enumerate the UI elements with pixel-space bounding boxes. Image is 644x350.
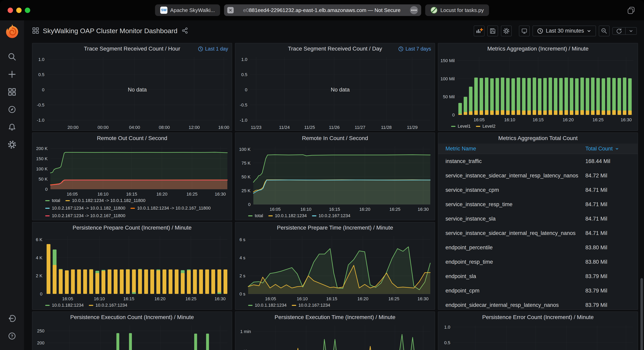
svg-text:11/29: 11/29 [407, 125, 418, 130]
svg-text:2 s: 2 s [240, 273, 245, 278]
svg-text:16:15: 16:15 [123, 296, 134, 301]
tab-apache-skywalking[interactable]: SW Apache SkyWalki... [155, 4, 220, 16]
panel-title[interactable]: Persistence Error Count (Increment) / Mi… [438, 312, 638, 323]
tab-options-icon[interactable] [410, 6, 418, 14]
chart-trace-segment-day[interactable]: 11/2311/2411/2511/2611/2711/2811/291.00.… [235, 54, 435, 131]
add-panel-button[interactable] [474, 25, 484, 36]
svg-text:6 s: 6 s [240, 237, 245, 242]
svg-text:16:25: 16:25 [592, 117, 604, 122]
sign-in-icon[interactable] [8, 314, 16, 323]
zoom-out-button[interactable] [599, 25, 610, 36]
svg-text:-0.5: -0.5 [37, 103, 44, 108]
chart-persistence-error-count[interactable]: 16:0516:1016:1516:2016:2516:301.00.50-0.… [438, 323, 638, 350]
legend-item[interactable]: 10.0.1.182:1234 [45, 302, 84, 308]
legend-item[interactable]: 10.0.1.182:1234 [248, 302, 286, 308]
legend-item[interactable]: total [248, 213, 263, 219]
minimize-window-button[interactable] [16, 7, 22, 13]
legend-item[interactable]: 10.0.1.182:1234 -> 10.0.2.167_11800 [130, 205, 210, 211]
refresh-button[interactable] [613, 27, 625, 34]
maximize-window-button[interactable] [25, 7, 30, 13]
chart-persistence-prepare-time[interactable]: 16:0516:1016:1516:2016:2516:300 s2 s4 s6… [235, 233, 435, 302]
panel-title[interactable]: Persistence Execution Count (Increment) … [32, 312, 232, 323]
share-icon[interactable] [182, 27, 188, 35]
table-row[interactable]: endpoint_sidecar_internal_resp_latency_n… [438, 298, 638, 310]
table-row[interactable]: service_instance_cpm 84.71 Mil [438, 183, 638, 197]
explore-compass-icon[interactable] [8, 105, 16, 114]
panel-title[interactable]: Persistence Prepare Time (Increment) / M… [235, 222, 435, 233]
table-row[interactable]: endpoint_cpm 83.79 Mil [438, 284, 638, 298]
chart-metrics-aggregation[interactable]: 16:0516:1016:1516:2016:2516:30050 Mil100… [438, 54, 638, 123]
table-row[interactable]: service_instance_resp_time 84.71 Mil [438, 197, 638, 211]
legend-item[interactable]: Level2 [476, 123, 496, 129]
svg-text:0.5: 0.5 [444, 340, 450, 345]
legend-item[interactable]: 10.0.2.167:1234 [89, 302, 127, 308]
page-scrollbar[interactable] [640, 278, 643, 350]
panel-title[interactable]: Metrics Aggregation (Increment) / Minute [438, 43, 638, 54]
time-range-picker[interactable]: Last 30 minutes [532, 25, 596, 36]
svg-text:16:05: 16:05 [265, 296, 276, 301]
help-icon[interactable]: ? [8, 332, 16, 341]
panel-title[interactable]: Remote In Count / Second [235, 133, 435, 144]
search-icon[interactable] [8, 52, 16, 61]
svg-text:16:05: 16:05 [270, 207, 280, 212]
svg-text:04:00: 04:00 [129, 125, 140, 130]
svg-text:11/26: 11/26 [329, 125, 340, 130]
dashboards-icon[interactable] [8, 87, 16, 97]
legend-item[interactable]: 10.0.1.182:1234 -> 10.0.1.182_11800 [66, 197, 146, 203]
column-metric-name[interactable]: Metric Name [446, 146, 585, 152]
svg-text:16:25: 16:25 [185, 296, 196, 301]
legend-item[interactable]: 10.0.2.167:1234 -> 10.0.2.167_11800 [45, 213, 125, 219]
chart-remote-out-count[interactable]: 16:0516:1016:1516:2016:2516:30050 K100 K… [32, 144, 232, 197]
legend-item[interactable]: 10.0.2.167:1234 -> 10.0.1.182_11800 [45, 205, 125, 211]
svg-text:16:05: 16:05 [62, 296, 73, 301]
panel-title[interactable]: Persistence Prepare Count (Increment) / … [32, 222, 232, 233]
panel-title[interactable]: Remote Out Count / Second [32, 133, 232, 144]
dashboard-settings-button[interactable] [501, 25, 512, 36]
chart-remote-in-count[interactable]: 16:0516:1016:1516:2016:2516:30025 K50 K7… [235, 144, 435, 212]
svg-text:4 K: 4 K [36, 255, 42, 260]
chart-trace-segment-hour[interactable]: 20:0000:0004:0008:0012:0016:001.00.50-0.… [32, 54, 232, 131]
panel-title[interactable]: Persistence Execution Time (Increment) /… [235, 312, 435, 323]
dashboard-grid-icon[interactable] [32, 27, 39, 35]
cycle-view-tv-button[interactable] [519, 25, 530, 36]
legend-item[interactable]: 10.0.2.167:1234 [292, 302, 330, 308]
svg-text:16:15: 16:15 [329, 207, 340, 212]
legend-item[interactable]: total [45, 197, 60, 203]
table-row[interactable]: service_instance_sla 84.71 Mil [438, 211, 638, 226]
table-row[interactable]: service_instance_sidecar_internal_resp_l… [438, 169, 638, 183]
legend-item[interactable]: 10.0.1.182:1234 [268, 213, 307, 219]
chevron-down-icon [588, 30, 590, 31]
column-total-count[interactable]: Total Count [585, 146, 632, 152]
svg-text:12:00: 12:00 [189, 125, 200, 130]
panel-legend: total10.0.1.182:123410.0.2.167:1234 [235, 212, 435, 220]
dashboard-toolbar: Last 30 minutes [474, 25, 637, 36]
chart-persistence-prepare-count[interactable]: 16:0516:1016:1516:2016:2516:3002 K4 K6 K [32, 233, 232, 302]
configuration-gear-icon[interactable] [8, 140, 16, 149]
tab-overview-icon[interactable] [626, 5, 636, 16]
browser-window: SW Apache SkyWalki... e0881eed4-22961232… [0, 0, 644, 350]
grafana-sidebar: ? [0, 20, 24, 350]
legend-item[interactable]: 10.0.2.167:1234 [312, 213, 350, 219]
close-tab-icon[interactable] [227, 7, 234, 13]
table-row[interactable]: endpoint_resp_time 83.80 Mil [438, 255, 638, 269]
chart-persistence-execution-time[interactable]: 16:0516:1016:1516:2016:2516:301 min40 s2… [235, 323, 435, 350]
panel-remote-in-count: Remote In Count / Second 16:0516:1016:15… [235, 133, 435, 220]
refresh-interval-dropdown[interactable] [625, 27, 636, 34]
svg-text:-0.5: -0.5 [240, 103, 247, 108]
close-window-button[interactable] [8, 7, 13, 13]
table-row[interactable]: endpoint_percentile 83.80 Mil [438, 240, 638, 255]
save-dashboard-button[interactable] [487, 25, 498, 36]
table-row[interactable]: service_instance_sidecar_internal_req_la… [438, 226, 638, 240]
chart-persistence-execution-count[interactable]: 16:0516:1016:1516:2016:2516:302502001501… [32, 323, 232, 350]
tab-locust[interactable]: Locust for tasks.py [425, 4, 489, 16]
create-add-icon[interactable] [8, 70, 16, 79]
legend-item[interactable]: Level1 [451, 123, 471, 129]
grafana-logo-icon[interactable] [4, 23, 20, 39]
table-row[interactable]: endpoint_sla 83.79 Mil [438, 269, 638, 284]
table-row[interactable]: instance_traffic 168.44 Mil [438, 154, 638, 169]
panel-title[interactable]: Metrics Aggregation Total Count [438, 133, 638, 144]
tab-active-elb-url[interactable]: e0881eed4-22961232.ap-east-1.elb.amazona… [224, 4, 421, 16]
page-title[interactable]: SkyWalking OAP Cluster Monitor Dashboard [43, 27, 178, 35]
panel-legend: 10.0.1.182:123410.0.2.167:1234 [32, 302, 232, 310]
alerting-bell-icon[interactable] [8, 123, 16, 132]
